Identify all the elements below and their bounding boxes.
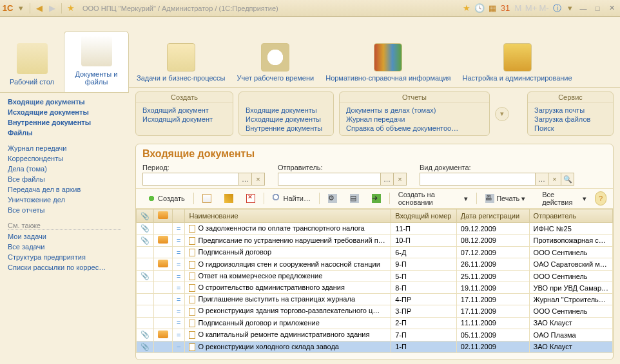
cell-mark: =	[173, 258, 185, 271]
tab-documents[interactable]: Документы и файлы	[64, 31, 129, 92]
info-icon[interactable]: ⓘ	[552, 3, 562, 14]
doctype-picker[interactable]: …	[536, 173, 548, 186]
report-volume[interactable]: Справка об объеме документоо…	[346, 124, 483, 133]
section-tasks[interactable]: Задачи и бизнес-процессы	[137, 43, 225, 87]
print-button[interactable]: 🖶Печать ▾	[481, 191, 530, 206]
create-incoming[interactable]: Входящий документ	[142, 106, 226, 115]
sidebar-mailinglists[interactable]: Списки рассылки по коррес…	[8, 262, 121, 273]
table-row[interactable]: 📎=Предписание по устранению нарушений тр…	[137, 235, 613, 247]
expand-button[interactable]: ▾	[495, 107, 509, 121]
table-row[interactable]: =О строительство административного здани…	[137, 282, 613, 294]
period-input[interactable]	[142, 173, 239, 186]
sidebar-cases[interactable]: Дела (тома)	[8, 164, 121, 174]
col-date[interactable]: Дата регистрации	[456, 209, 529, 223]
sender-clear[interactable]: ×	[394, 173, 407, 186]
service-files[interactable]: Загрузка файлов	[534, 115, 606, 124]
sidebar-structure[interactable]: Структура предприятия	[8, 252, 121, 262]
service-search[interactable]: Поиск	[534, 124, 606, 133]
find-button[interactable]: Найти…	[268, 191, 315, 206]
base-button[interactable]: Создать на основании ▾	[394, 191, 473, 206]
col-attachment[interactable]: 📎	[137, 209, 154, 223]
delete-button[interactable]	[242, 191, 260, 206]
settings-button[interactable]: ⚙	[324, 191, 342, 206]
report-internal[interactable]: Внутренние документы	[246, 124, 327, 133]
report-incoming[interactable]: Входящие документы	[246, 106, 327, 115]
table-row[interactable]: 📎−О реконструкции холодного склада завод…	[137, 341, 613, 352]
edit-button[interactable]	[220, 191, 238, 206]
forward-icon[interactable]: ▶	[47, 3, 57, 14]
doc-icon	[189, 308, 195, 316]
col-number[interactable]: Входящий номер	[391, 209, 457, 223]
section-reference[interactable]: Нормативно-справочная информация	[325, 43, 450, 87]
forward-button[interactable]: ➜	[367, 191, 385, 206]
mplus-icon[interactable]: M+	[526, 3, 536, 14]
doctype-clear[interactable]: ×	[548, 173, 561, 186]
sidebar-destroy[interactable]: Уничтожение дел	[8, 195, 121, 205]
table-row[interactable]: 📎=О задолженности по оплате транспортног…	[137, 223, 613, 235]
maximize-button[interactable]: □	[592, 3, 603, 14]
create-button[interactable]: Создать	[142, 191, 189, 206]
cell-date: 02.11.2009	[456, 341, 529, 352]
sidebar-allfiles[interactable]: Все файлы	[8, 174, 121, 184]
copy-icon	[202, 194, 211, 203]
all-actions-button[interactable]: Все действия ▾	[538, 191, 591, 206]
table-row[interactable]: =Подписанный договор и приложение2-П11.1…	[137, 317, 613, 329]
table-row[interactable]: =О гидроизоляция стен и сооружений насос…	[137, 258, 613, 271]
info-drop-icon[interactable]: ▾	[565, 3, 575, 14]
calendar-icon[interactable]: 31	[500, 3, 510, 14]
fav-icon[interactable]: ★	[461, 3, 472, 14]
list-button[interactable]: ▤	[345, 191, 363, 206]
sidebar-mytasks[interactable]: Мои задачи	[8, 231, 121, 242]
create-outgoing[interactable]: Исходящий документ	[142, 115, 226, 124]
col-mark[interactable]	[173, 209, 185, 223]
minimize-button[interactable]: —	[577, 3, 589, 14]
period-clear[interactable]: ×	[252, 173, 265, 186]
cell-date: 07.12.2009	[456, 247, 529, 258]
star-icon[interactable]: ★	[66, 3, 76, 14]
col-name[interactable]: Наименование	[185, 209, 391, 223]
section-time[interactable]: Учет рабочего времени	[237, 43, 314, 87]
help-button[interactable]: ?	[595, 191, 606, 206]
col-sender[interactable]: Отправитель	[529, 209, 612, 223]
report-cases[interactable]: Документы в делах (томах)	[346, 106, 483, 115]
table-row[interactable]: 📎=Ответ на коммерческое предложение5-П25…	[137, 271, 613, 282]
sidebar-internal[interactable]: Внутренние документы	[8, 117, 121, 128]
sidebar-incoming[interactable]: Входящие документы	[8, 97, 121, 107]
calc-icon[interactable]: ▦	[487, 3, 498, 14]
cell-num: 10-П	[391, 235, 457, 247]
sender-input[interactable]	[278, 173, 381, 186]
doctype-input[interactable]	[420, 173, 536, 186]
sidebar-allreports[interactable]: Все отчеты	[8, 205, 121, 215]
sidebar-files[interactable]: Файлы	[8, 128, 121, 138]
sidebar-correspondents[interactable]: Корреспонденты	[8, 153, 121, 164]
doctype-search[interactable]: 🔍	[561, 173, 574, 186]
m-icon[interactable]: M	[513, 3, 523, 14]
documents-grid[interactable]: 📎 Наименование Входящий номер Дата регис…	[136, 209, 613, 359]
history-icon[interactable]: 🕓	[474, 3, 485, 14]
cell-date: 17.11.2009	[456, 305, 529, 317]
report-outgoing[interactable]: Исходящие документы	[246, 115, 327, 124]
mminus-icon[interactable]: M-	[539, 3, 549, 14]
col-people[interactable]	[154, 209, 173, 223]
sidebar-archive[interactable]: Передача дел в архив	[8, 184, 121, 195]
sender-picker[interactable]: …	[381, 173, 394, 186]
sidebar-alltasks[interactable]: Все задачи	[8, 242, 121, 252]
table-row[interactable]: =Подписанный договор6-Д07.12.2009ООО Сен…	[137, 247, 613, 258]
report-journal[interactable]: Журнал передачи	[346, 115, 483, 124]
service-mail[interactable]: Загрузка почты	[534, 106, 606, 115]
table-row[interactable]: =Приглашение выступить на страницах журн…	[137, 294, 613, 305]
table-row[interactable]: =О реконструкция здания торгово-развлека…	[137, 305, 613, 317]
doc-icon	[189, 225, 195, 233]
tab-desktop[interactable]: Рабочий стол	[0, 39, 64, 92]
copy-button[interactable]	[198, 191, 216, 206]
cell-sender: ЗАО Клауст	[529, 341, 612, 352]
sidebar-journal[interactable]: Журнал передачи	[8, 143, 121, 153]
close-button[interactable]: ✕	[606, 3, 617, 14]
section-admin[interactable]: Настройка и администрирование	[463, 43, 572, 87]
sidebar-outgoing[interactable]: Исходящие документы	[8, 107, 121, 117]
back-icon[interactable]: ◀	[34, 3, 44, 14]
dropdown-icon[interactable]: ▾	[15, 3, 26, 14]
period-picker[interactable]: …	[239, 173, 252, 186]
tab-documents-label: Документы и файлы	[75, 70, 118, 86]
table-row[interactable]: 📎=О капитальный ремонте административног…	[137, 329, 613, 341]
